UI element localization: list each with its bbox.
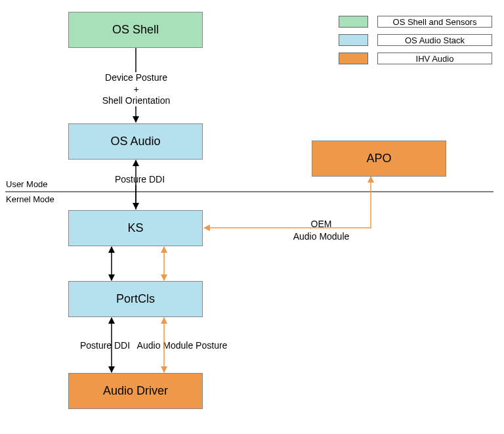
label-posture-ddi-lower: Posture DDI [75, 340, 135, 351]
label-plus: + [102, 84, 171, 95]
node-os-shell: OS Shell [68, 12, 203, 48]
label-audio-module-posture: Audio Module Posture [131, 340, 233, 351]
legend-label-shell: OS Shell and Sensors [377, 16, 492, 28]
node-ks: KS [68, 210, 203, 246]
legend-swatch-audio [339, 34, 368, 46]
node-os-audio: OS Audio [68, 123, 203, 160]
legend-swatch-ihv [339, 53, 368, 64]
label-audio-module: Audio Module [284, 231, 359, 242]
label-device-posture: Device Posture [102, 72, 171, 83]
node-audio-driver: Audio Driver [68, 373, 203, 409]
label-shell-orientation: Shell Orientation [98, 95, 174, 106]
legend-label-ihv: IHV Audio [377, 53, 492, 64]
label-user-mode: User Mode [6, 179, 48, 189]
legend-swatch-shell [339, 16, 368, 28]
label-posture-ddi-upper: Posture DDI [110, 174, 169, 184]
node-portcls: PortCls [68, 281, 203, 317]
label-kernel-mode: Kernel Mode [6, 194, 54, 204]
label-oem: OEM [284, 219, 359, 229]
node-apo: APO [312, 141, 446, 177]
legend-label-audio: OS Audio Stack [377, 34, 492, 46]
